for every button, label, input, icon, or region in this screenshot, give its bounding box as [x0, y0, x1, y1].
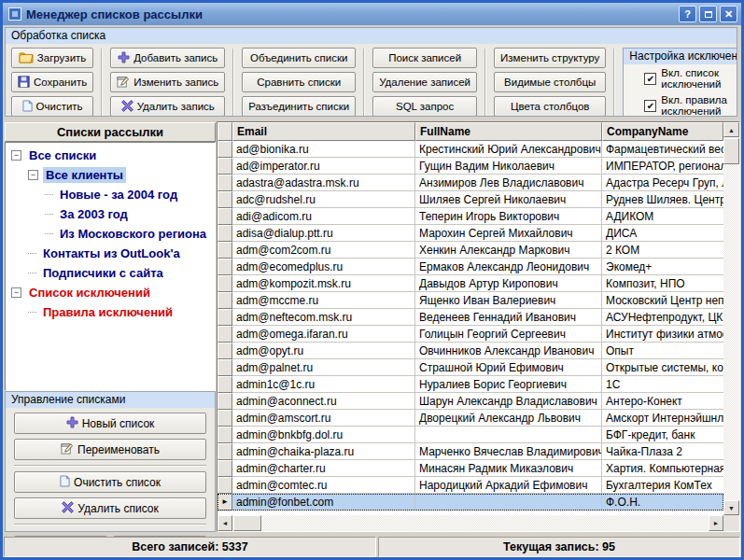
- close-button[interactable]: ✕: [720, 6, 737, 22]
- новый-список-button[interactable]: Новый список: [14, 413, 206, 434]
- tree-expander-minus-icon[interactable]: −: [11, 287, 21, 298]
- tree-item-новые-за-2004-год[interactable]: Новые - за 2004 год: [6, 185, 215, 204]
- tree-item-правила-исключений[interactable]: Правила исключений: [6, 302, 215, 322]
- sql-запрос-button[interactable]: SQL запрос: [372, 96, 477, 117]
- объединить-списки-button[interactable]: Объединить списки: [242, 48, 356, 68]
- поиск-записей-button[interactable]: Поиск записей: [372, 48, 477, 68]
- current-row-marker-icon[interactable]: ►: [218, 494, 232, 511]
- checkbox-checked[interactable]: ✔: [644, 100, 656, 112]
- row-selector[interactable]: [218, 477, 232, 494]
- scroll-up-button[interactable]: ▲: [723, 122, 739, 137]
- table-row[interactable]: adastra@adastra.msk.ruАнзимиров Лев Влад…: [218, 175, 723, 191]
- row-selector[interactable]: [218, 225, 232, 242]
- цвета-столбцов-button[interactable]: Цвета столбцов: [494, 96, 606, 117]
- table-row[interactable]: adm@mccme.ruЯщенко Иван ВалериевичМосков…: [218, 292, 723, 309]
- table-row[interactable]: ad@imperator.ruГущин Вадим НиколаевичИМП…: [218, 158, 723, 175]
- scroll-right-button[interactable]: ►: [709, 515, 723, 531]
- table-row[interactable]: adm@omega.ifaran.ruГолицын Георгий Серге…: [218, 326, 723, 343]
- tree-item-все-списки[interactable]: −Все списки: [6, 146, 215, 165]
- toolbar-group-3: Поиск записейУдаление записейSQL запрос: [372, 48, 477, 117]
- table-row[interactable]: admin@charter.ruМинасян Радмик Микаэлови…: [218, 460, 723, 477]
- tree-item-из-московского-региона[interactable]: Из Московского региона: [6, 224, 215, 244]
- удалить-запись-button[interactable]: Удалить запись: [110, 96, 225, 117]
- plus-icon: [118, 51, 130, 65]
- разъединить-списки-button[interactable]: Разъединить списки: [242, 96, 356, 117]
- table-cell: Голицын Георгий Сергеевич: [415, 326, 602, 343]
- table-row[interactable]: admin@comtec.ruНародицкий Аркадий Ефимов…: [218, 477, 723, 494]
- delete-x-icon: [62, 501, 74, 516]
- row-selector[interactable]: [218, 343, 232, 359]
- tree-item-за-2003-год[interactable]: За 2003 год: [6, 204, 215, 224]
- видимые-столбцы-button[interactable]: Видимые столбцы: [494, 72, 606, 92]
- column-header-email[interactable]: Email: [232, 122, 415, 141]
- checkbox-checked[interactable]: ✔: [644, 73, 656, 85]
- загрузить-button[interactable]: Загрузить: [11, 48, 93, 68]
- table-row[interactable]: admin@bnkbfg.dol.ruБФГ-кредит, банк: [218, 427, 723, 443]
- scroll-left-button[interactable]: ◄: [218, 515, 232, 531]
- tree-item-контакты-из-outlook-а[interactable]: Контакты из OutLook'а: [6, 244, 215, 263]
- table-row[interactable]: adm@palnet.ruСтрашной Юрий ЕфимовичОткры…: [218, 359, 723, 376]
- tree-item-все-клиенты[interactable]: −Все клиенты: [6, 165, 215, 185]
- table-row[interactable]: adm@ecomedplus.ruЕрмаков Александр Леони…: [218, 259, 723, 275]
- очистить-список-button[interactable]: Очистить список: [14, 471, 206, 493]
- row-selector[interactable]: [218, 427, 232, 443]
- row-selector[interactable]: [218, 359, 232, 376]
- table-cell: Композит, НПО: [602, 275, 723, 292]
- tree-connector: [28, 312, 36, 313]
- column-header-companyname[interactable]: CompanyName: [602, 122, 723, 141]
- table-row[interactable]: adm@com2com.ruХенкин Александр Маркович2…: [218, 242, 723, 259]
- table-row[interactable]: admin@aconnect.ruШарун Александр Владисл…: [218, 393, 723, 410]
- column-header-fullname[interactable]: FullName: [415, 122, 602, 141]
- tree-expander-minus-icon[interactable]: −: [11, 150, 21, 161]
- сравнить-списки-button[interactable]: Сравнить списки: [242, 72, 356, 92]
- table-row[interactable]: adisa@dialup.ptt.ruМарохин Сергей Михайл…: [218, 225, 723, 242]
- изменить-запись-button[interactable]: Изменить запись: [110, 72, 225, 92]
- добавить-запись-button[interactable]: Добавить запись: [110, 48, 225, 68]
- row-selector[interactable]: [218, 376, 232, 393]
- table-row[interactable]: ►admin@fonbet.comФ.О.Н.: [218, 494, 723, 511]
- table-row[interactable]: admin@chaika-plaza.ruМарченко Вячеслав В…: [218, 443, 723, 460]
- table-cell: adm@omega.ifaran.ru: [232, 326, 415, 343]
- переименовать-button[interactable]: Переименовать: [14, 439, 206, 460]
- help-button[interactable]: ?: [679, 6, 696, 22]
- удаление-записей-button[interactable]: Удаление записей: [372, 72, 477, 92]
- table-row[interactable]: adc@rudshel.ruШиляев Сергей НиколаевичРу…: [218, 191, 723, 208]
- table-row[interactable]: adi@adicom.ruТеперин Игорь ВикторовичАДИ…: [218, 208, 723, 225]
- row-selector[interactable]: [218, 275, 232, 292]
- horizontal-scrollbar[interactable]: ◄ ►: [218, 515, 723, 531]
- table-row[interactable]: adm@opyt.ruОвчинников Александр Иванович…: [218, 343, 723, 359]
- table-row[interactable]: adm@kompozit.msk.ruДавыдов Артур Киропов…: [218, 275, 723, 292]
- сохранить-button[interactable]: Сохранить: [11, 72, 93, 92]
- separator: [14, 465, 206, 467]
- row-selector[interactable]: [218, 158, 232, 175]
- table-row[interactable]: admin@amscort.ruДворецкий Александр Льво…: [218, 410, 723, 427]
- row-selector[interactable]: [218, 460, 232, 477]
- tree-item-подписчики-с-сайта[interactable]: Подписчики с сайта: [6, 263, 215, 283]
- изменить-структуру-button[interactable]: Изменить структуру: [494, 48, 606, 68]
- horizontal-scroll-thumb[interactable]: [233, 515, 261, 531]
- row-selector[interactable]: [218, 141, 232, 158]
- row-selector[interactable]: [218, 242, 232, 259]
- row-selector[interactable]: [218, 191, 232, 208]
- row-selector[interactable]: [218, 208, 232, 225]
- vertical-scrollbar[interactable]: ▲ ▼: [723, 122, 739, 515]
- maximize-button[interactable]: [699, 6, 717, 22]
- row-selector[interactable]: [218, 410, 232, 427]
- row-selector[interactable]: [218, 175, 232, 191]
- table-row[interactable]: admin1c@1c.ruНуралиев Борис Георгиевич1С: [218, 376, 723, 393]
- row-selector[interactable]: [218, 292, 232, 309]
- vertical-scroll-thumb[interactable]: [723, 138, 739, 164]
- tree-expander-minus-icon[interactable]: −: [28, 170, 38, 180]
- row-selector[interactable]: [218, 259, 232, 275]
- очистить-button[interactable]: Очистить: [11, 96, 93, 117]
- row-selector[interactable]: [218, 309, 232, 326]
- exceptions-caption: Настройка исключений: [624, 49, 737, 64]
- row-selector[interactable]: [218, 393, 232, 410]
- row-selector[interactable]: [218, 326, 232, 343]
- table-row[interactable]: adm@neftecom.msk.ruВеденеев Геннадий Ива…: [218, 309, 723, 326]
- table-row[interactable]: ad@bionika.ruКрестинский Юрий Александро…: [218, 141, 723, 158]
- scroll-down-button[interactable]: ▼: [723, 500, 739, 515]
- row-selector[interactable]: [218, 443, 232, 460]
- tree-item-список-исключений[interactable]: −Список исключений: [6, 283, 215, 302]
- удалить-список-button[interactable]: Удалить список: [14, 497, 206, 519]
